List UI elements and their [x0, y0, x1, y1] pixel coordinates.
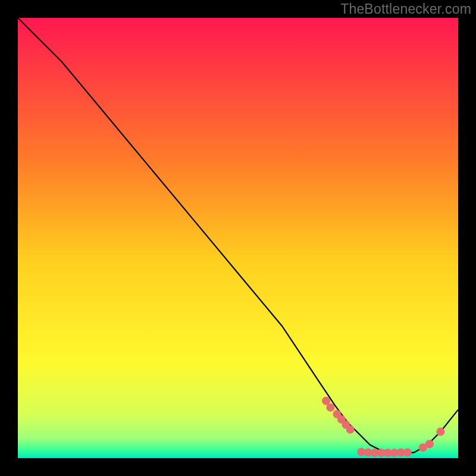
data-marker — [346, 425, 355, 434]
chart-svg — [18, 18, 458, 458]
chart-frame: TheBottlenecker.com — [0, 0, 476, 476]
watermark-text: TheBottlenecker.com — [340, 1, 471, 17]
gradient-background — [18, 18, 458, 458]
data-marker — [436, 428, 444, 436]
data-marker — [403, 448, 412, 456]
data-marker — [425, 440, 434, 448]
plot-area — [18, 18, 458, 458]
data-marker — [326, 403, 334, 412]
